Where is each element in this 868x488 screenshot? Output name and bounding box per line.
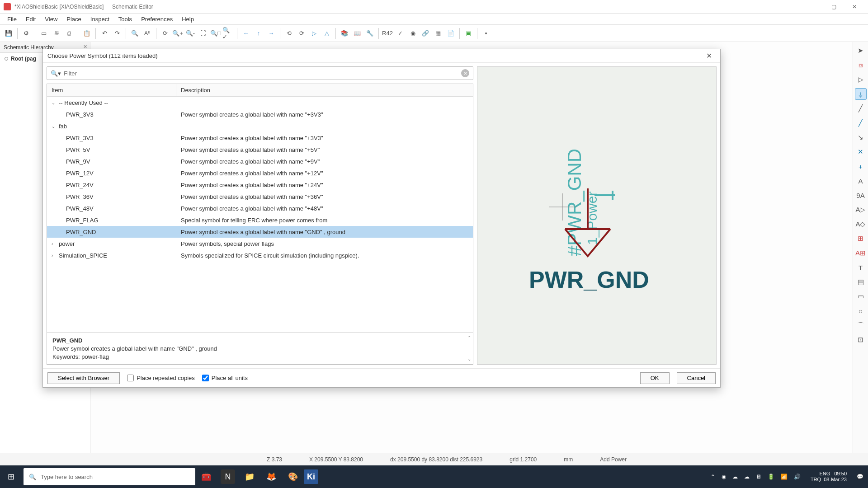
tray-weather-icon[interactable]: ☁ (744, 474, 750, 480)
menu-view[interactable]: View (40, 14, 62, 24)
mirror-h-icon[interactable]: ▷ (308, 28, 320, 39)
tray-onedrive-icon[interactable]: ☁ (732, 474, 738, 480)
replace-icon[interactable]: Aᴮ (142, 28, 153, 39)
ok-button[interactable]: OK (640, 372, 670, 384)
import-sheet-icon[interactable]: A⊞ (855, 247, 867, 259)
close-button[interactable]: ✕ (844, 0, 864, 13)
tray-chevron-icon[interactable]: ⌃ (711, 474, 715, 480)
zoom-in-icon[interactable]: 🔍+ (172, 28, 184, 39)
save-icon[interactable]: 💾 (3, 28, 14, 39)
image-icon[interactable]: ⊡ (855, 334, 867, 346)
paste-icon[interactable]: 📋 (81, 28, 93, 39)
junction-icon[interactable]: + (855, 160, 867, 172)
redo-icon[interactable]: ↷ (111, 28, 123, 39)
circle-icon[interactable]: ○ (855, 305, 867, 317)
textbox-icon[interactable]: ▤ (855, 276, 867, 288)
tray-notifications-icon[interactable]: 💬 (857, 474, 863, 480)
print-icon[interactable]: 🖶 (51, 28, 62, 39)
highlight-net-icon[interactable]: ⧈ (855, 59, 867, 71)
col-item[interactable]: Item (47, 84, 176, 96)
footprint-icon[interactable]: 🔧 (364, 28, 376, 39)
tray-display-icon[interactable]: 🖥 (756, 474, 761, 480)
sheet-icon[interactable]: ⊞ (855, 233, 867, 244)
undo-icon[interactable]: ↶ (99, 28, 110, 39)
zoom-obj-icon[interactable]: 🔍□ (210, 28, 222, 39)
hier-label-icon[interactable]: A◇ (855, 218, 867, 230)
taskbar-app-explorer[interactable]: 📁 (239, 465, 260, 488)
menu-inspect[interactable]: Inspect (86, 14, 114, 24)
nav-up-icon[interactable]: ↑ (253, 28, 264, 39)
zoom-out-icon[interactable]: 🔍- (184, 28, 196, 39)
tree-row[interactable]: PWR_9VPower symbol creates a global labe… (47, 155, 473, 167)
rotate-ccw-icon[interactable]: ⟲ (283, 28, 295, 39)
rect-icon[interactable]: ▭ (855, 291, 867, 302)
zoom-sel-icon[interactable]: 🔍✓ (222, 28, 234, 39)
place-repeated-checkbox[interactable]: Place repeated copies (127, 375, 195, 381)
nav-back-icon[interactable]: ← (240, 28, 252, 39)
tree-row[interactable]: PWR_5VPower symbol creates a global labe… (47, 144, 473, 155)
menu-help[interactable]: Help (177, 14, 198, 24)
scroll-down-icon[interactable]: ⌄ (467, 356, 471, 362)
sim-icon[interactable]: ◉ (407, 28, 419, 39)
taskbar-app-paint[interactable]: 🎨 (282, 465, 304, 488)
clear-filter-icon[interactable]: ✕ (461, 69, 469, 77)
bus-icon[interactable]: ╱ (855, 117, 867, 129)
bus-entry-icon[interactable]: ↘ (855, 131, 867, 143)
start-button[interactable]: ⊞ (0, 465, 22, 488)
col-desc[interactable]: Description (176, 84, 473, 96)
pcb-icon[interactable]: ▣ (462, 28, 474, 39)
menu-edit[interactable]: Edit (21, 14, 40, 24)
tray-lang[interactable]: ENG 09:50 TRQ 08-Mar-23 (807, 471, 850, 483)
tree-row[interactable]: ⌄-- Recently Used -- (47, 97, 473, 108)
zoom-fit-icon[interactable]: ⛶ (197, 28, 209, 39)
sym-browser-icon[interactable]: 📖 (351, 28, 363, 39)
wire-icon[interactable]: ╱ (855, 103, 867, 114)
menu-place[interactable]: Place (62, 14, 86, 24)
global-label-icon[interactable]: A▷ (855, 204, 867, 216)
tree-row[interactable]: ›Simulation_SPICESymbols specialized for… (47, 249, 473, 261)
taskbar-app-kicad[interactable]: Ki (304, 469, 318, 484)
menu-preferences[interactable]: Preferences (137, 14, 177, 24)
tree-row[interactable]: PWR_GNDPower symbol creates a global lab… (47, 226, 473, 238)
nav-fwd-icon[interactable]: → (265, 28, 277, 39)
maximize-button[interactable]: ▢ (824, 0, 844, 13)
tree-row[interactable]: ⌄fab (47, 120, 473, 132)
select-tool-icon[interactable]: ➤ (855, 45, 867, 56)
bom-icon[interactable]: 📄 (445, 28, 457, 39)
taskbar-app-1[interactable]: 🧰 (195, 465, 217, 488)
label-icon[interactable]: A (855, 175, 867, 187)
tray-battery-icon[interactable]: 🔋 (768, 474, 774, 480)
caret-icon[interactable]: › (52, 241, 57, 246)
select-with-browser-button[interactable]: Select with Browser (47, 372, 120, 384)
minimize-button[interactable]: — (803, 0, 824, 13)
tree-row[interactable]: PWR_3V3Power symbol creates a global lab… (47, 132, 473, 144)
rotate-cw-icon[interactable]: ⟳ (296, 28, 307, 39)
assign-fp-icon[interactable]: 🔗 (420, 28, 431, 39)
fields-icon[interactable]: ▦ (432, 28, 444, 39)
tray-wifi-icon[interactable]: 📶 (781, 474, 788, 480)
caret-icon[interactable]: › (52, 253, 57, 258)
caret-icon[interactable]: ⌄ (52, 124, 57, 129)
tray-meet-icon[interactable]: ◉ (722, 474, 726, 480)
erc-icon[interactable]: ✓ (394, 28, 406, 39)
taskbar-search[interactable]: 🔍 Type here to search (24, 468, 195, 485)
mirror-v-icon[interactable]: △ (321, 28, 333, 39)
scroll-up-icon[interactable]: ⌃ (467, 335, 471, 341)
menu-file[interactable]: File (3, 14, 21, 24)
taskbar-app-firefox[interactable]: 🦊 (260, 465, 282, 488)
find-icon[interactable]: 🔍 (129, 28, 141, 39)
text-icon[interactable]: T (855, 262, 867, 273)
dialog-close-button[interactable]: ✕ (702, 52, 716, 60)
tree-row[interactable]: PWR_48VPower symbol creates a global lab… (47, 202, 473, 214)
page-setup-icon[interactable]: ▭ (38, 28, 50, 39)
add-symbol-icon[interactable]: ▷ (855, 74, 867, 85)
tree-row[interactable]: PWR_3V3Power symbol creates a global lab… (47, 108, 473, 120)
no-connect-icon[interactable]: ✕ (855, 146, 867, 158)
plot-icon[interactable]: ⎙ (63, 28, 75, 39)
cancel-button[interactable]: Cancel (677, 372, 716, 384)
tree-row[interactable]: ›powerPower symbols, special power flags (47, 238, 473, 249)
refresh-icon[interactable]: ⟳ (159, 28, 171, 39)
menu-tools[interactable]: Tools (114, 14, 137, 24)
script-icon[interactable]: ▪ (480, 28, 492, 39)
caret-icon[interactable]: ⌄ (52, 100, 57, 105)
